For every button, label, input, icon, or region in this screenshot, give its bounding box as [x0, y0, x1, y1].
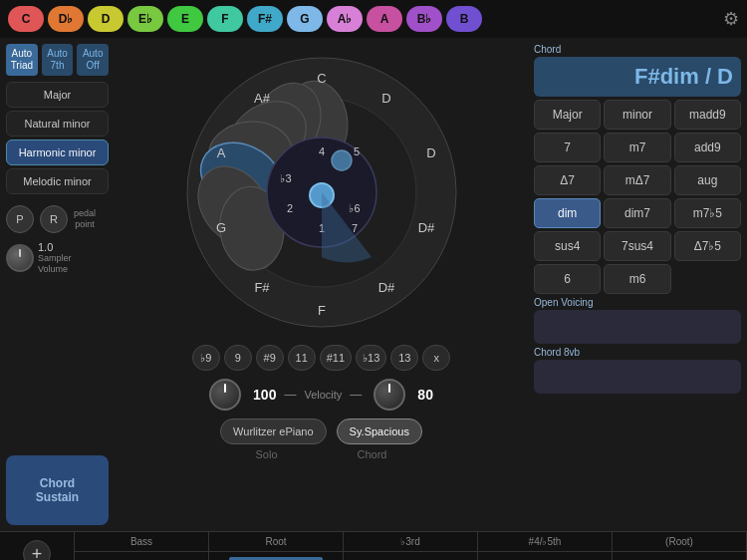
auto-off-button[interactable]: AutoOff [77, 44, 109, 76]
octave-up-button[interactable]: + [23, 540, 51, 560]
note-col-header: (Root) [613, 532, 746, 552]
tension-button-9[interactable]: 9 [224, 345, 252, 371]
auto-7th-button[interactable]: Auto7th [42, 44, 74, 76]
key-button-B[interactable]: B♭ [406, 6, 442, 32]
open-voicing-label: Open Voicing [534, 297, 741, 308]
circle-of-fifths[interactable]: 4 1 ♭3 2 5 ♭6 7 C A# A G F# F D# D# D D [177, 48, 466, 337]
note-col-header: Root [209, 532, 343, 552]
note-col-body: D [75, 552, 208, 560]
key-button-E[interactable]: E♭ [127, 6, 163, 32]
chord-sustain-button[interactable]: Chord Sustain [6, 455, 109, 525]
main-layout: AutoTriadAuto7thAutoOff MajorNatural min… [0, 38, 747, 531]
chord-type-madd9[interactable]: madd9 [674, 100, 741, 130]
chord-type-m75[interactable]: m7♭5 [674, 198, 741, 228]
note-col-body: F# [209, 552, 343, 560]
note-col-header: ♭3rd [344, 532, 477, 552]
center-panel: 4 1 ♭3 2 5 ♭6 7 C A# A G F# F D# D# D D [115, 38, 528, 531]
scale-button-harmonic-minor[interactable]: Harmonic minor [6, 140, 109, 165]
scale-button-melodic-minor[interactable]: Melodic minor [6, 168, 109, 194]
note-col-body: C [478, 552, 612, 560]
chord-type-dim7[interactable]: dim7 [604, 198, 670, 228]
chord-label: Chord [358, 448, 387, 460]
svg-text:2: 2 [286, 202, 292, 214]
velocity-value-2: 80 [417, 387, 433, 403]
velocity-row: 100 — Velocity — 80 [115, 375, 528, 415]
scale-button-natural-minor[interactable]: Natural minor [6, 111, 109, 137]
sampler-label: SamplerVolume [38, 253, 72, 275]
chord-type-m6[interactable]: m6 [604, 264, 670, 294]
chord-type-sus4[interactable]: sus4 [534, 231, 601, 261]
pedal-point-label: pedalpoint [74, 208, 96, 230]
chord-type-major[interactable]: Major [534, 100, 601, 130]
tension-button-x[interactable]: x [422, 345, 450, 371]
auto-triad-button[interactable]: AutoTriad [6, 44, 38, 76]
velocity-value-1: 100 [253, 387, 276, 403]
scale-button-major[interactable]: Major [6, 82, 109, 108]
note-col-body: A [344, 552, 477, 560]
left-panel: AutoTriadAuto7thAutoOff MajorNatural min… [0, 38, 115, 531]
tension-button-11[interactable]: #11 [320, 345, 352, 371]
bottom-panel: + Oct 0 — Bass D Root F# ♭3rd A #4/♭5th … [0, 531, 747, 560]
pedal-p-button[interactable]: P [6, 205, 34, 233]
tension-row: ♭99#911#11♭1313x [115, 341, 528, 375]
key-button-F[interactable]: F# [247, 6, 283, 32]
sound-button-wurlitzer-epiano[interactable]: Wurlitzer ePiano [220, 419, 327, 444]
volume-knob[interactable] [6, 244, 34, 272]
svg-text:G: G [215, 220, 225, 235]
key-button-D[interactable]: D [88, 6, 124, 32]
pedal-r-button[interactable]: R [40, 205, 68, 233]
key-button-C[interactable]: C [8, 6, 44, 32]
svg-point-28 [332, 150, 352, 170]
tension-button-9[interactable]: ♭9 [192, 345, 220, 371]
svg-text:C: C [317, 71, 326, 86]
sound-button-sy.spacious[interactable]: Sy.Spacious [337, 419, 422, 444]
chord-type-7sus4[interactable]: 7sus4 [604, 231, 670, 261]
chord-name-display: F#dim / D [634, 64, 733, 90]
chord-type-m7[interactable]: m7 [604, 133, 670, 162]
key-button-F[interactable]: F [207, 6, 243, 32]
chord-8vb-box[interactable] [534, 360, 741, 394]
note-column-3rd: ♭3rd A [344, 532, 478, 560]
chord-type-add9[interactable]: add9 [674, 133, 741, 162]
svg-text:D#: D# [417, 220, 434, 235]
tension-button-11[interactable]: 11 [288, 345, 316, 371]
chord-type-grid: Majorminormadd97m7add9Δ7mΔ7augdimdim7m7♭… [534, 100, 741, 294]
chord-type-75[interactable]: Δ7♭5 [674, 231, 741, 261]
chord-type-m7[interactable]: mΔ7 [604, 165, 670, 195]
velocity-dash-2: — [350, 388, 362, 402]
chord-type-minor[interactable]: minor [604, 100, 670, 130]
svg-text:♭3: ♭3 [280, 172, 291, 184]
open-voicing-box[interactable] [534, 310, 741, 344]
velocity-label: Velocity [304, 389, 342, 401]
key-button-E[interactable]: E [167, 6, 203, 32]
velocity-dash-1: — [284, 388, 296, 402]
note-col-header: Bass [75, 532, 208, 552]
chord-type-6[interactable]: 6 [534, 264, 601, 294]
chord-info-box: F#dim / D [534, 57, 741, 97]
key-button-G[interactable]: G [287, 6, 323, 32]
velocity-knob-1[interactable] [209, 379, 241, 411]
key-button-D[interactable]: D♭ [48, 6, 84, 32]
svg-text:♭6: ♭6 [349, 202, 360, 214]
keys-bar: CD♭DE♭EFF#GA♭AB♭B ⚙ [0, 0, 747, 38]
key-button-A[interactable]: A [367, 6, 402, 32]
chord-type-aug[interactable]: aug [674, 165, 741, 195]
note-column-root: (Root) F# [613, 532, 747, 560]
velocity-knob-2[interactable] [374, 379, 405, 411]
cof-svg: 4 1 ♭3 2 5 ♭6 7 C A# A G F# F D# D# D D [177, 48, 466, 337]
note-col-header: #4/♭5th [478, 532, 612, 552]
chord-type-7[interactable]: 7 [534, 133, 601, 162]
chord-type-7[interactable]: Δ7 [534, 165, 601, 195]
note-column-bass: Bass D [75, 532, 209, 560]
svg-text:A: A [216, 145, 225, 160]
settings-button[interactable]: ⚙ [723, 8, 739, 30]
key-button-A[interactable]: A♭ [327, 6, 363, 32]
tension-button-9[interactable]: #9 [256, 345, 284, 371]
svg-text:D: D [381, 91, 390, 106]
tension-button-13[interactable]: ♭13 [356, 345, 386, 371]
chord-type-dim[interactable]: dim [534, 198, 601, 228]
key-button-B[interactable]: B [446, 6, 482, 32]
pedal-row: P R pedalpoint [6, 205, 109, 233]
svg-text:5: 5 [353, 145, 359, 157]
tension-button-13[interactable]: 13 [390, 345, 418, 371]
